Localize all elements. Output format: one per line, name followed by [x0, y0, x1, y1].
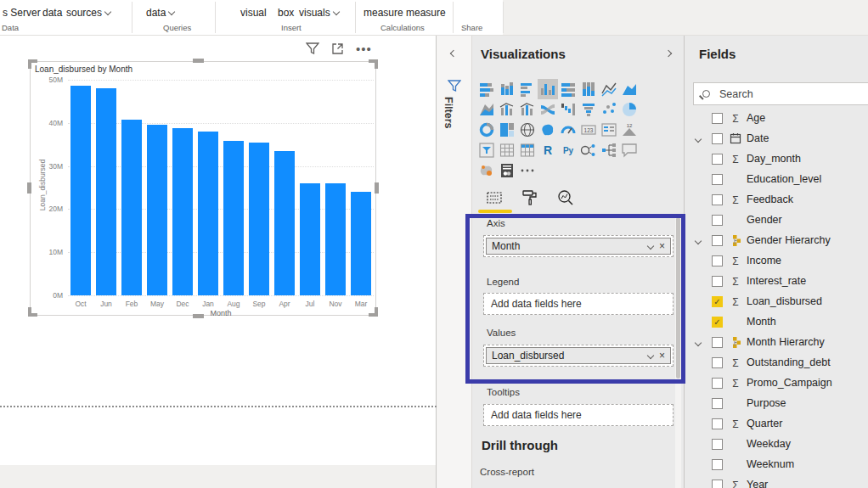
chart-bar[interactable]: [325, 183, 346, 295]
field-checkbox[interactable]: [712, 194, 723, 205]
table-icon[interactable]: [497, 140, 517, 160]
line-chart-icon[interactable]: [599, 79, 619, 99]
field-checkbox[interactable]: [712, 154, 723, 165]
field-dropdown-chevron-icon[interactable]: [647, 352, 654, 359]
selection-handle[interactable]: [193, 59, 204, 63]
chart-bar[interactable]: [223, 141, 244, 295]
field-checkbox[interactable]: [712, 215, 723, 226]
decomposition-tree-icon[interactable]: [599, 140, 619, 160]
field-item[interactable]: Gender Hierarchy: [685, 231, 868, 251]
field-checkbox[interactable]: [712, 398, 723, 409]
field-item[interactable]: ΣDay_month: [685, 149, 868, 170]
remove-field-icon[interactable]: ×: [659, 240, 665, 252]
ribbon-button-new-visual[interactable]: visual: [240, 7, 267, 19]
selection-handle[interactable]: [28, 59, 37, 69]
stacked-area-chart-icon[interactable]: [476, 99, 497, 120]
selection-handle[interactable]: [27, 182, 31, 194]
stacked-column-chart-icon[interactable]: [497, 79, 517, 99]
chart-bar[interactable]: [70, 86, 91, 295]
values-well[interactable]: Loan_disbursed ×: [483, 345, 674, 367]
qa-visual-icon[interactable]: [619, 140, 640, 160]
report-canvas[interactable]: ••• Loan_disbursed by Month 0M10M20M30M4…: [0, 36, 437, 488]
field-item[interactable]: Education_level: [685, 170, 868, 190]
selection-handle[interactable]: [375, 182, 379, 194]
tab-analytics[interactable]: [555, 187, 577, 209]
tab-format[interactable]: [519, 187, 541, 209]
remove-field-icon[interactable]: ×: [659, 350, 665, 362]
ribbon-chart-icon[interactable]: [538, 99, 558, 120]
chart-bar[interactable]: [249, 143, 269, 295]
field-item[interactable]: Month Hierarchy: [685, 333, 868, 353]
filters-pane-label[interactable]: Filters: [442, 97, 454, 129]
paginated-report-icon[interactable]: [497, 160, 517, 181]
field-item[interactable]: Weekday: [685, 435, 868, 455]
axis-field-pill[interactable]: Month ×: [486, 238, 671, 255]
waterfall-chart-icon[interactable]: [558, 99, 578, 120]
focus-mode-icon[interactable]: [331, 42, 344, 55]
treemap-icon[interactable]: [497, 120, 517, 140]
arcgis-map-icon[interactable]: [476, 160, 497, 181]
chart-bar[interactable]: [274, 151, 295, 295]
legend-well[interactable]: Add data fields here: [483, 293, 674, 315]
expand-chevron-icon[interactable]: [695, 339, 702, 346]
kpi-icon[interactable]: 12: [619, 120, 640, 140]
ribbon-button-sql-server[interactable]: s Server: [3, 7, 41, 19]
axis-well[interactable]: Month ×: [483, 235, 674, 257]
field-item[interactable]: ΣQuarter: [685, 414, 868, 435]
clustered-bar-chart-icon[interactable]: [517, 79, 538, 99]
selection-handle[interactable]: [193, 314, 204, 318]
multi-row-card-icon[interactable]: [599, 120, 619, 140]
100-stacked-bar-chart-icon[interactable]: [558, 79, 578, 99]
collapse-pane-chevron-icon[interactable]: [665, 50, 672, 57]
field-checkbox[interactable]: [712, 480, 723, 488]
field-checkbox[interactable]: [712, 459, 723, 470]
donut-chart-icon[interactable]: [476, 120, 497, 140]
tab-fields[interactable]: [483, 187, 505, 209]
scrollbar-thumb[interactable]: [676, 217, 680, 379]
selection-handle[interactable]: [369, 59, 378, 69]
field-checkbox[interactable]: [712, 337, 723, 348]
field-checkbox[interactable]: [712, 235, 723, 246]
field-checkbox[interactable]: [712, 439, 723, 450]
field-checkbox[interactable]: [712, 378, 723, 389]
chart-bar[interactable]: [147, 125, 167, 295]
field-dropdown-chevron-icon[interactable]: [647, 243, 654, 250]
field-item[interactable]: ΣAge: [685, 109, 868, 129]
chart-bar[interactable]: [198, 132, 218, 295]
field-item[interactable]: ΣOutstanding_debt: [685, 353, 868, 373]
field-checkbox[interactable]: [712, 174, 723, 185]
chart-bar[interactable]: [121, 120, 142, 295]
field-checkbox[interactable]: [712, 255, 723, 266]
expand-chevron-icon[interactable]: [695, 136, 702, 143]
pie-chart-icon[interactable]: [619, 99, 640, 120]
search-input[interactable]: Search: [693, 82, 868, 105]
area-chart-icon[interactable]: [619, 79, 640, 99]
more-options-icon[interactable]: [517, 160, 538, 181]
bar-chart-visual[interactable]: Loan_disbursed by Month 0M10M20M30M40M50…: [30, 61, 376, 316]
ribbon-button-text-box[interactable]: box: [278, 7, 294, 19]
field-item[interactable]: ΣInterest_rate: [685, 272, 868, 292]
r-script-visual-icon[interactable]: R: [538, 140, 558, 160]
chart-bar[interactable]: [96, 88, 116, 295]
matrix-icon[interactable]: [517, 140, 538, 160]
field-checkbox[interactable]: [712, 113, 723, 124]
filled-map-icon[interactable]: [538, 120, 558, 140]
expand-filters-chevron-icon[interactable]: [450, 50, 457, 57]
line-and-clustered-column-chart-icon[interactable]: [517, 99, 538, 120]
map-icon[interactable]: [517, 120, 538, 140]
field-checkbox[interactable]: ✓: [712, 296, 723, 307]
clustered-column-chart-icon[interactable]: [538, 79, 558, 99]
field-item[interactable]: Purpose: [685, 394, 868, 414]
line-and-stacked-column-chart-icon[interactable]: [497, 99, 517, 120]
ribbon-button-recent-sources[interactable]: sources: [66, 7, 110, 19]
field-checkbox[interactable]: [712, 276, 723, 287]
filter-funnel-icon[interactable]: [306, 42, 319, 55]
field-item[interactable]: ΣIncome: [685, 251, 868, 272]
ribbon-button-enter-data[interactable]: data: [42, 7, 62, 19]
field-item[interactable]: ΣPromo_Campaign: [685, 373, 868, 394]
field-checkbox[interactable]: ✓: [712, 317, 723, 328]
chart-bar[interactable]: [172, 128, 193, 295]
100-stacked-column-chart-icon[interactable]: [578, 79, 599, 99]
tooltips-well[interactable]: Add data fields here: [483, 404, 674, 426]
field-item[interactable]: ΣFeedback: [685, 190, 868, 210]
